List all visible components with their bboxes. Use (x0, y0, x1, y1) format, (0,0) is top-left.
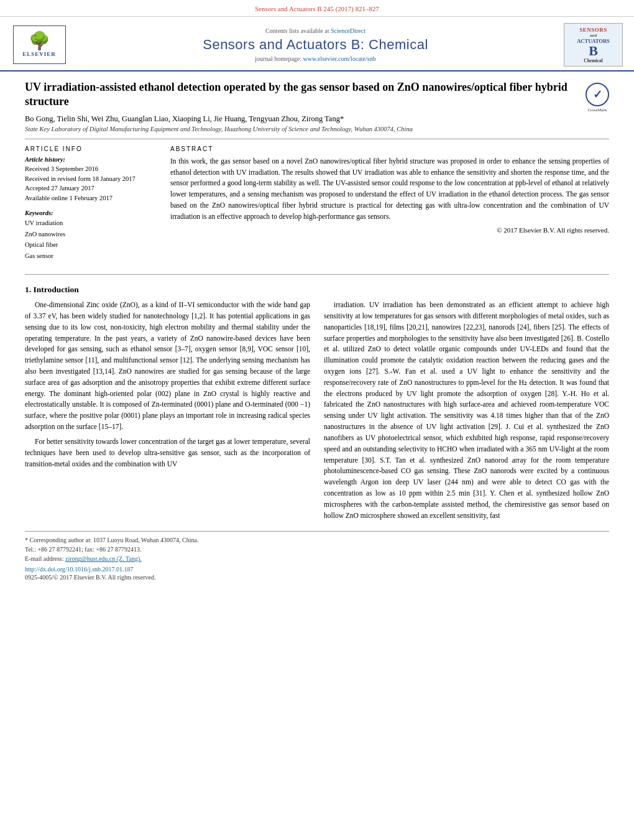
divider-top (25, 139, 609, 139)
footnote-section: * Corresponding author at: 1037 Luoyu Ro… (25, 531, 609, 581)
sciencedirect-line: Contents lists available at ScienceDirec… (80, 27, 551, 34)
article-info-col: ARTICLE INFO Article history: Received 3… (25, 145, 155, 268)
email-label: E-mail address: (25, 555, 63, 562)
keyword-1: UV irradiation (25, 218, 155, 229)
elsevier-tree-icon: 🌳 (29, 32, 50, 50)
abstract-col: ABSTRACT In this work, the gas sensor ba… (170, 145, 609, 268)
header-section: 🌳 ELSEVIER Contents lists available at S… (0, 17, 634, 72)
article-info-heading: ARTICLE INFO (25, 145, 155, 152)
authors-line: Bo Gong, Tielin Shi, Wei Zhu, Guanglan L… (25, 114, 609, 124)
header-center: Contents lists available at ScienceDirec… (67, 27, 564, 62)
keyword-3: Optical fiber (25, 239, 155, 251)
intro-title: 1. Introduction (25, 285, 609, 295)
accepted-date: Accepted 27 January 2017 (25, 183, 155, 193)
crossmark-label: CrossMark (586, 108, 609, 113)
sensors-logo-chemical: Chemical (584, 58, 602, 63)
affiliation-line: State Key Laboratory of Digital Manufact… (25, 126, 609, 132)
intro-left-col: One-dimensional Zinc oxide (ZnO), as a k… (25, 300, 310, 525)
crossmark-badge: ✓ CrossMark (586, 83, 609, 106)
abstract-heading: ABSTRACT (170, 145, 609, 152)
info-abstract-section: ARTICLE INFO Article history: Received 3… (25, 145, 609, 268)
keywords-list: UV irradiation ZnO nanowires Optical fib… (25, 218, 155, 262)
article-history-label: Article history: (25, 156, 155, 163)
issn-line: 0925-4005/© 2017 Elsevier B.V. All right… (25, 574, 609, 581)
elsevier-logo-box: 🌳 ELSEVIER (13, 25, 66, 64)
abstract-text: In this work, the gas sensor based on a … (170, 156, 609, 223)
footnote-tel: Tel.: +86 27 87792241; fax: +86 27 87792… (25, 545, 609, 554)
journal-ref: Sensors and Actuators B 245 (2017) 821–8… (255, 6, 379, 12)
sensors-logo-and: and (590, 33, 597, 38)
elsevier-logo: 🌳 ELSEVIER (11, 25, 67, 64)
sensors-logo-top: SENSORS (579, 27, 607, 33)
page-wrapper: Sensors and Actuators B 245 (2017) 821–8… (0, 0, 634, 840)
email-link[interactable]: zirong@hust.edu.cn (Z. Tang). (65, 555, 142, 562)
intro-section: 1. Introduction One-dimensional Zinc oxi… (25, 285, 609, 525)
article-title: UV irradiation-assisted ethanol detectio… (25, 80, 586, 109)
intro-p2: For better sensitivity towards lower con… (25, 436, 310, 469)
keyword-4: Gas sensor (25, 251, 155, 262)
divider-middle (25, 274, 609, 275)
keywords-group: Keywords: UV irradiation ZnO nanowires O… (25, 210, 155, 262)
intro-p3: irradiation. UV irradiation has been dem… (324, 300, 609, 521)
sciencedirect-link[interactable]: ScienceDirect (331, 27, 365, 34)
crossmark-icon: ✓ (586, 83, 609, 106)
doi-line[interactable]: http://dx.doi.org/10.1016/j.snb.2017.01.… (25, 566, 609, 573)
article-body: UV irradiation-assisted ethanol detectio… (0, 72, 634, 589)
intro-right-col: irradiation. UV irradiation has been dem… (324, 300, 609, 525)
journal-title: Sensors and Actuators B: Chemical (80, 37, 551, 53)
journal-homepage-link[interactable]: www.elsevier.com/locate/snb (303, 55, 376, 62)
elsevier-label: ELSEVIER (22, 51, 56, 57)
sensors-actuators-logo: SENSORS and AcTuators B Chemical (564, 23, 623, 67)
intro-two-col: One-dimensional Zinc oxide (ZnO), as a k… (25, 300, 609, 525)
keywords-label: Keywords: (25, 210, 155, 216)
keyword-2: ZnO nanowires (25, 229, 155, 240)
abstract-copyright: © 2017 Elsevier B.V. All rights reserved… (170, 226, 609, 234)
article-title-section: UV irradiation-assisted ethanol detectio… (25, 80, 609, 109)
footnote-email: E-mail address: zirong@hust.edu.cn (Z. T… (25, 554, 609, 563)
revised-date: Received in revised form 18 January 2017 (25, 174, 155, 184)
intro-p1: One-dimensional Zinc oxide (ZnO), as a k… (25, 300, 310, 433)
top-bar: Sensors and Actuators B 245 (2017) 821–8… (0, 0, 634, 17)
journal-homepage-line: journal homepage: www.elsevier.com/locat… (80, 55, 551, 62)
sensors-logo-b: B (589, 44, 598, 58)
article-history-group: Article history: Received 3 September 20… (25, 156, 155, 203)
received-date: Received 3 September 2016 (25, 164, 155, 174)
available-date: Available online 1 February 2017 (25, 193, 155, 203)
footnote-corresponding: * Corresponding author at: 1037 Luoyu Ro… (25, 535, 609, 545)
